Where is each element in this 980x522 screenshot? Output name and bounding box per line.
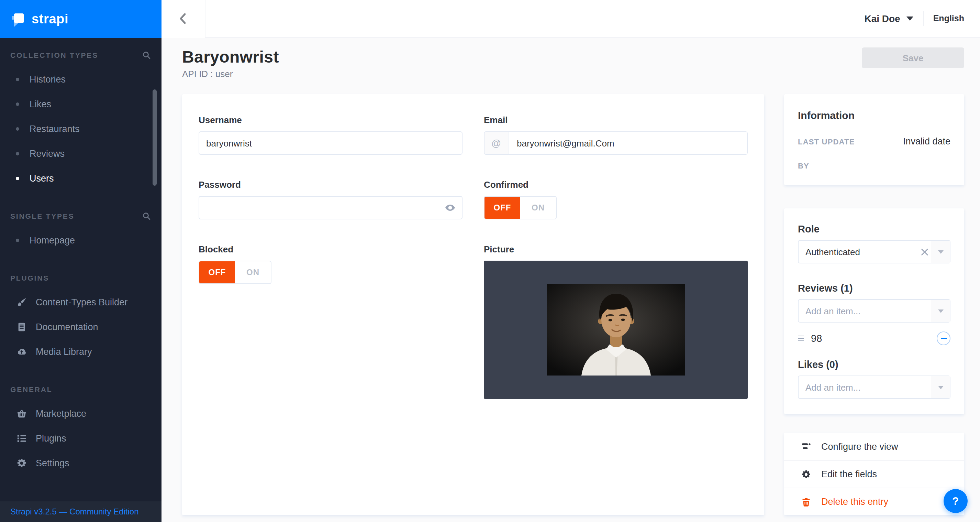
- sidebar-item-likes[interactable]: Likes: [0, 91, 162, 116]
- likes-placeholder: Add an item...: [799, 382, 931, 393]
- sidebar-item-settings[interactable]: Settings: [0, 450, 162, 475]
- brush-icon: [16, 297, 27, 307]
- trash-icon: [801, 496, 811, 507]
- user-menu[interactable]: Kai Doe: [864, 13, 913, 24]
- single-types-heading: SINGLE TYPES: [10, 211, 151, 221]
- sidebar-item-reviews[interactable]: Reviews: [0, 141, 162, 166]
- role-label: Role: [798, 223, 950, 235]
- basket-icon: [16, 408, 27, 418]
- collection-types-list: Histories Likes Restaurants Reviews User…: [0, 67, 162, 190]
- toggle-off-segment[interactable]: OFF: [199, 261, 235, 283]
- sidebar-item-documentation[interactable]: Documentation: [0, 314, 162, 339]
- drag-handle-icon[interactable]: [798, 335, 804, 342]
- configure-view-button[interactable]: Configure the view: [784, 433, 964, 460]
- by-label: BY: [798, 161, 809, 170]
- sidebar-item-users[interactable]: Users: [0, 166, 162, 190]
- likes-add-select[interactable]: Add an item...: [798, 375, 950, 399]
- entry-actions-card: Configure the view Edit the fields: [784, 433, 964, 515]
- right-panel: Information LAST UPDATE Invalid date BY …: [784, 94, 964, 515]
- help-button[interactable]: ?: [943, 489, 967, 513]
- delete-entry-button[interactable]: Delete this entry: [784, 488, 964, 515]
- confirmed-label: Confirmed: [484, 179, 748, 190]
- general-heading: GENERAL: [10, 385, 151, 394]
- book-icon: [16, 321, 27, 332]
- reviews-label: Reviews (1): [798, 283, 950, 294]
- eye-icon[interactable]: [445, 202, 456, 213]
- search-icon[interactable]: [142, 211, 151, 220]
- password-label: Password: [199, 179, 463, 190]
- edit-fields-button[interactable]: Edit the fields: [784, 460, 964, 488]
- username-field: Username: [199, 115, 463, 155]
- toggle-off-segment[interactable]: OFF: [485, 197, 520, 219]
- clear-x-icon[interactable]: [918, 245, 931, 259]
- password-input[interactable]: [199, 196, 463, 219]
- chevron-down-icon[interactable]: [931, 300, 950, 322]
- gear-icon: [801, 469, 811, 480]
- strapi-admin-app: strapi COLLECTION TYPES Histories Likes …: [0, 0, 980, 522]
- bullet-icon: [16, 77, 19, 81]
- version-link[interactable]: Strapi v3.2.5 — Community Edition: [10, 507, 139, 517]
- picture-field: Picture: [484, 244, 748, 399]
- sidebar-item-marketplace[interactable]: Marketplace: [0, 401, 162, 426]
- search-icon[interactable]: [142, 51, 151, 59]
- topbar: Kai Doe English: [162, 0, 980, 38]
- sidebar-item-media-library[interactable]: Media Library: [0, 339, 162, 364]
- at-icon: @: [485, 132, 509, 154]
- collection-types-heading: COLLECTION TYPES: [10, 50, 151, 60]
- bullet-icon: [16, 127, 19, 130]
- blocked-field: Blocked OFF ON: [199, 244, 463, 399]
- role-select[interactable]: Authenticated: [798, 240, 950, 263]
- chevron-left-icon: [178, 13, 188, 25]
- main-area: Kai Doe English Baryonwrist API ID : use…: [162, 0, 980, 522]
- review-item-value[interactable]: 98: [811, 333, 937, 344]
- sidebar-item-content-types-builder[interactable]: Content-Types Builder: [0, 289, 162, 314]
- role-value: Authenticated: [799, 247, 918, 257]
- picture-preview[interactable]: [484, 261, 748, 399]
- review-item-row: 98: [798, 332, 950, 345]
- information-title: Information: [798, 109, 950, 121]
- email-input[interactable]: [509, 132, 747, 154]
- plugins-heading: PLUGINS: [10, 273, 151, 283]
- back-button[interactable]: [162, 0, 205, 37]
- confirmed-toggle[interactable]: OFF ON: [484, 196, 557, 219]
- blocked-toggle[interactable]: OFF ON: [199, 261, 272, 284]
- chevron-down-icon[interactable]: [931, 241, 950, 263]
- last-update-row: LAST UPDATE Invalid date: [798, 136, 950, 147]
- plugins-list: Content-Types Builder Documentation Medi…: [0, 289, 162, 364]
- by-row: BY: [798, 161, 950, 170]
- language-selector[interactable]: English: [933, 14, 964, 23]
- chevron-down-icon[interactable]: [931, 376, 950, 398]
- last-update-label: LAST UPDATE: [798, 137, 855, 146]
- save-button[interactable]: Save: [862, 48, 964, 68]
- blocked-label: Blocked: [199, 244, 463, 254]
- sliders-icon: [801, 441, 811, 452]
- gear-icon: [16, 458, 27, 468]
- reviews-add-select[interactable]: Add an item...: [798, 299, 950, 322]
- sidebar-item-homepage[interactable]: Homepage: [0, 228, 162, 252]
- sidebar-item-plugins[interactable]: Plugins: [0, 426, 162, 450]
- username-input[interactable]: [199, 131, 463, 155]
- layout: Username Email @ Password: [182, 94, 964, 515]
- reviews-placeholder: Add an item...: [799, 306, 931, 316]
- page-title: Baryonwrist: [182, 48, 279, 67]
- cloud-upload-icon: [16, 346, 27, 357]
- sidebar-item-histories[interactable]: Histories: [0, 67, 162, 91]
- topbar-right: Kai Doe English: [864, 11, 980, 26]
- email-field: Email @: [484, 115, 748, 155]
- sidebar-nav: COLLECTION TYPES Histories Likes Restaur…: [0, 38, 162, 501]
- toggle-on-segment[interactable]: ON: [520, 197, 556, 219]
- bullet-icon: [16, 152, 19, 155]
- confirmed-field: Confirmed OFF ON: [484, 179, 748, 219]
- strapi-logo[interactable]: strapi: [0, 0, 162, 38]
- sidebar-scrollbar[interactable]: [153, 89, 157, 186]
- information-card: Information LAST UPDATE Invalid date BY: [784, 94, 964, 185]
- remove-item-button[interactable]: [937, 332, 950, 345]
- username-label: Username: [199, 115, 463, 125]
- page-subtitle: API ID : user: [182, 69, 279, 79]
- relations-card: Role Authenticated Reviews (1) Add an it…: [784, 208, 964, 414]
- toggle-on-segment[interactable]: ON: [235, 261, 271, 283]
- logo-wordmark: strapi: [32, 11, 68, 27]
- list-icon: [16, 433, 27, 443]
- sidebar-item-restaurants[interactable]: Restaurants: [0, 116, 162, 141]
- likes-label: Likes (0): [798, 359, 950, 370]
